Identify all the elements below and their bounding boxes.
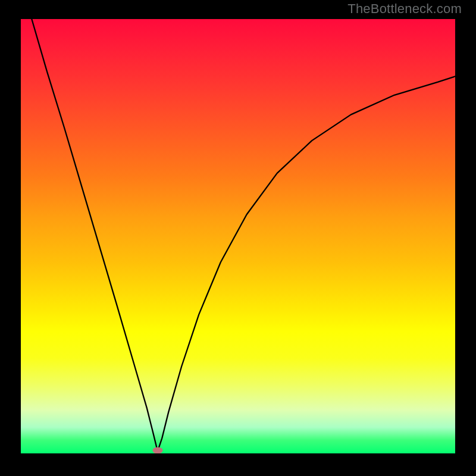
minimum-marker: [152, 447, 162, 453]
chart-frame: TheBottleneck.com: [0, 0, 476, 476]
curve-path: [32, 19, 455, 451]
curve-svg: [21, 19, 455, 453]
watermark-text: TheBottleneck.com: [347, 1, 462, 17]
plot-area: [21, 19, 455, 453]
